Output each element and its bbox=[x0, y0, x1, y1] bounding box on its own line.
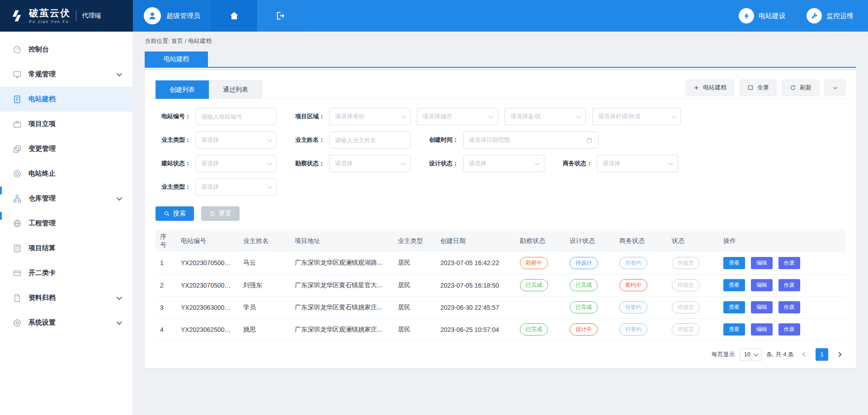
sidebar-item-project-settlement[interactable]: 项目结算 bbox=[0, 236, 132, 261]
logout-button[interactable] bbox=[257, 0, 303, 32]
status-badge: 待设计 bbox=[570, 257, 598, 269]
province-select[interactable]: 请选择省份 bbox=[329, 108, 410, 125]
build-status-select[interactable]: 请选择 bbox=[195, 155, 277, 172]
table-row: 1 YX2023070500011 马云 广东深圳龙华区观澜镇观湖路... 居民… bbox=[156, 252, 845, 274]
brand-subtitle: Po Jian Yun Fu bbox=[29, 19, 71, 24]
view-button[interactable]: 查看 bbox=[723, 257, 745, 269]
station-code-input[interactable] bbox=[195, 108, 277, 125]
sidebar-scrollbar-thumb[interactable] bbox=[0, 187, 2, 195]
void-button[interactable]: 作废 bbox=[778, 279, 800, 291]
county-select[interactable]: 请选择县/区 bbox=[505, 108, 586, 125]
survey-status-select[interactable]: 请选择 bbox=[329, 155, 410, 172]
next-page-button[interactable] bbox=[833, 348, 845, 361]
owner-name-input[interactable] bbox=[329, 131, 410, 149]
fullscreen-button[interactable]: 全屏 bbox=[740, 79, 777, 96]
date-range-input[interactable]: 请选择日期范围 bbox=[463, 131, 599, 149]
lightning-icon bbox=[739, 8, 754, 23]
sidebar-item-label: 电站建档 bbox=[28, 95, 56, 103]
page-tabbar: 电站建档 bbox=[145, 51, 856, 68]
edit-button[interactable]: 编辑 bbox=[751, 279, 773, 291]
briefcase-icon bbox=[13, 120, 22, 129]
void-button[interactable]: 作废 bbox=[778, 323, 800, 336]
sidebar-scrollbar-thumb[interactable] bbox=[0, 212, 2, 220]
home-button[interactable] bbox=[211, 0, 257, 32]
sidebar-item-project-initiation[interactable]: 项目立项 bbox=[0, 112, 132, 136]
chevron-down-icon bbox=[489, 113, 494, 118]
reset-button[interactable]: 重置 bbox=[201, 206, 240, 221]
col-no: 序号 bbox=[156, 230, 176, 252]
page-number-button[interactable]: 1 bbox=[816, 348, 828, 361]
chevron-down-icon bbox=[267, 184, 272, 189]
sidebar-item-console[interactable]: 控制台 bbox=[0, 37, 132, 62]
void-button[interactable]: 作废 bbox=[778, 301, 800, 313]
build-status-label: 建站状态： bbox=[156, 159, 195, 168]
owner-type2-select[interactable]: 请选择 bbox=[195, 178, 277, 196]
sidebar-item-label: 常规管理 bbox=[28, 70, 56, 79]
target-icon bbox=[13, 169, 22, 178]
edit-button[interactable]: 编辑 bbox=[751, 301, 773, 313]
card-icon bbox=[13, 269, 22, 278]
settings-icon bbox=[13, 318, 22, 327]
chevron-right-icon bbox=[836, 352, 841, 357]
edit-button[interactable]: 编辑 bbox=[751, 257, 773, 269]
tab-create-list[interactable]: 创建列表 bbox=[156, 80, 209, 99]
sidebar-item-class2-card[interactable]: 开二类卡 bbox=[0, 261, 132, 285]
user-menu[interactable]: 超级管理员 bbox=[133, 0, 211, 32]
sidebar-item-station-termination[interactable]: 电站终止 bbox=[0, 161, 132, 186]
table-row: 3 YX2023063000009 学员 广东深圳龙华区黄石镇姚家庄... 居民… bbox=[156, 296, 845, 318]
collapse-panel-button[interactable] bbox=[825, 79, 845, 96]
refresh-button[interactable]: 刷新 bbox=[782, 79, 819, 96]
sidebar: 控制台 常规管理 电站建档 项目立项 变更管理 电站终止 仓库管理 bbox=[0, 32, 133, 415]
brand-logo-icon bbox=[9, 10, 24, 22]
brand-logo[interactable]: 破茧云伏 Po Jian Yun Fu 代理端 bbox=[0, 0, 133, 32]
col-business-status: 商务状态 bbox=[615, 230, 667, 252]
sidebar-item-general-mgmt[interactable]: 常规管理 bbox=[0, 62, 132, 87]
document-icon bbox=[13, 95, 22, 104]
brand-title: 破茧云伏 bbox=[29, 8, 71, 18]
business-status-label: 商务状态： bbox=[557, 159, 597, 168]
sidebar-item-label: 仓库管理 bbox=[28, 194, 56, 203]
view-button[interactable]: 查看 bbox=[723, 279, 745, 291]
nav-station-build-label: 电站建设 bbox=[759, 12, 786, 20]
per-page-select[interactable]: 10 bbox=[740, 348, 762, 361]
status-badge: 勘察中 bbox=[520, 257, 548, 269]
town-select[interactable]: 请选择村镇/街道 bbox=[592, 108, 681, 125]
sidebar-item-system-settings[interactable]: 系统设置 bbox=[0, 310, 132, 335]
page-tab-station-filing[interactable]: 电站建档 bbox=[145, 51, 208, 67]
calculator-icon bbox=[13, 244, 22, 253]
owner-type-select[interactable]: 请选择 bbox=[195, 131, 277, 149]
sidebar-item-station-filing[interactable]: 电站建档 bbox=[0, 87, 132, 112]
add-station-button[interactable]: 电站建档 bbox=[686, 79, 734, 96]
status-badge: 已完成 bbox=[570, 301, 598, 313]
view-button[interactable]: 查看 bbox=[723, 323, 745, 336]
region-label: 项目区域： bbox=[289, 112, 329, 121]
wrench-icon bbox=[807, 8, 822, 23]
col-address: 项目地址 bbox=[290, 230, 393, 252]
void-button[interactable]: 作废 bbox=[778, 257, 800, 269]
sidebar-item-label: 变更管理 bbox=[28, 145, 56, 153]
nav-station-build[interactable]: 电站建设 bbox=[739, 8, 786, 23]
business-status-select[interactable]: 请选择 bbox=[597, 155, 678, 172]
tab-passed-list[interactable]: 通过列表 bbox=[209, 80, 262, 99]
status-badge: 设计中 bbox=[570, 323, 598, 336]
chevron-down-icon bbox=[832, 85, 838, 91]
chevron-down-icon bbox=[576, 113, 581, 118]
status-badge: 已完成 bbox=[520, 323, 548, 336]
view-button[interactable]: 查看 bbox=[723, 301, 745, 313]
sidebar-item-change-mgmt[interactable]: 变更管理 bbox=[0, 136, 132, 161]
user-icon bbox=[147, 11, 157, 21]
search-icon bbox=[164, 210, 170, 217]
per-page-label: 每页显示 bbox=[712, 350, 735, 359]
design-status-select[interactable]: 请选择 bbox=[463, 155, 544, 172]
prev-page-button[interactable] bbox=[798, 348, 811, 361]
home-icon bbox=[229, 11, 239, 21]
search-button[interactable]: 搜索 bbox=[156, 206, 194, 221]
city-select[interactable]: 请选择城市 bbox=[417, 108, 498, 125]
sidebar-item-engineering-mgmt[interactable]: 工程管理 bbox=[0, 211, 132, 236]
sidebar-item-data-archive[interactable]: 资料归档 bbox=[0, 285, 132, 310]
nav-monitor-ops[interactable]: 监控运维 bbox=[807, 8, 854, 23]
main-content: 当前位置: 首页 / 电站建档 电站建档 创建列表 通过列表 电站建档 bbox=[133, 32, 868, 415]
table-row: 4 YX2023062500004 姚思 广东深圳龙华区观澜镇姚家庄... 居民… bbox=[156, 318, 845, 340]
sidebar-item-warehouse-mgmt[interactable]: 仓库管理 bbox=[0, 186, 132, 211]
edit-button[interactable]: 编辑 bbox=[751, 323, 773, 336]
